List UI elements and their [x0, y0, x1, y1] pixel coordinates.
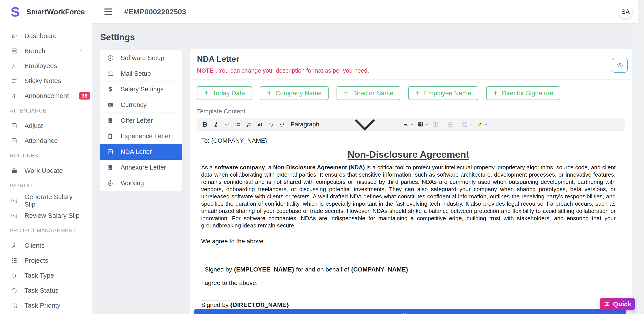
template-editor[interactable]: To: {COMPANY_NAME} Non-Disclosure Agreem… [197, 131, 625, 312]
table-row-icon [447, 121, 454, 128]
redo-button[interactable] [277, 119, 287, 129]
template-content-label: Template Content [197, 108, 625, 115]
vertical-scrollbar[interactable] [638, 0, 644, 314]
sidebar-item-task-priority[interactable]: Task Priority [0, 298, 92, 313]
employee-id: #EMP0002202503 [124, 8, 186, 16]
settings-item-label: Working [120, 179, 144, 187]
numbered-list-button[interactable] [244, 119, 254, 129]
sidebar-item-label: Review Salary Slip [24, 212, 80, 219]
insert-company-name-button[interactable]: +Company Name [260, 86, 329, 100]
avatar[interactable]: SA [619, 5, 632, 19]
sidebar-nav: Dashboard Branch Employees Sticky Notes … [0, 29, 92, 313]
sidebar-item-label: Branch [24, 47, 45, 55]
table-row-dropdown[interactable] [446, 119, 459, 129]
brand[interactable]: S SmartWorkForce [0, 0, 92, 24]
editor-signature-line-2: _________ [201, 294, 616, 301]
sidebar-item-announcement[interactable]: Announcement 36 [0, 88, 92, 103]
panel-header: NDA Letter NOTE : You can change your de… [190, 49, 632, 80]
briefcase-icon [10, 167, 18, 174]
settings-item-label: NDA Letter [120, 148, 152, 155]
editor-employee-sign-line: . Signed by {EMPLOYEE_NAME} for and on b… [201, 266, 616, 273]
bold-button[interactable]: B [200, 119, 210, 129]
sidebar-item-adjust[interactable]: Adjust [0, 118, 92, 133]
panel-title: NDA Letter [197, 55, 625, 64]
editor-director-sign-line: Signed by {DIRECTOR_NAME} [201, 301, 616, 308]
content-area: Settings Software Setup Mail Setup Salar… [92, 24, 644, 314]
sidebar-item-review-salary-slip[interactable]: Review Salary Slip [0, 208, 92, 223]
x-square-icon [107, 148, 114, 155]
editor-toolbar: B I Paragraph [197, 118, 625, 131]
bulleted-list-button[interactable] [233, 119, 243, 129]
chevron-down-icon [425, 123, 428, 126]
numbered-list-icon [246, 121, 252, 128]
sidebar-item-label: Task Status [24, 287, 58, 294]
settings-item-salary-settings[interactable]: Salary Settings [100, 82, 182, 97]
sidebar-item-dashboard[interactable]: Dashboard [0, 29, 92, 43]
settings-item-annexure-letter[interactable]: Annexure Letter [100, 160, 182, 175]
sidebar-section-project-management: PROJECT MANAGEMENT [0, 223, 92, 238]
save-button[interactable]: Save [194, 309, 626, 314]
sidebar-item-label: Task Type [24, 272, 54, 279]
insert-director-signature-button[interactable]: +Director Signature [486, 86, 560, 100]
sidebar-item-task-type[interactable]: Task Type [0, 268, 92, 283]
redo-icon [279, 121, 285, 128]
page-title: Settings [100, 32, 135, 42]
branch-icon [10, 47, 18, 55]
announcement-count-badge: 36 [79, 92, 90, 100]
sidebar-item-task-status[interactable]: Task Status [0, 283, 92, 298]
sidebar-item-attendance[interactable]: Attendance [0, 133, 92, 148]
note-label: NOTE : [197, 67, 217, 74]
preview-button[interactable] [612, 58, 628, 73]
blockquote-button[interactable] [255, 119, 265, 129]
user-icon [10, 62, 18, 70]
paragraph-dropdown[interactable]: Paragraph [288, 108, 400, 141]
italic-button[interactable]: I [211, 119, 221, 129]
insert-director-name-button[interactable]: +Director Name [336, 86, 400, 100]
sidebar-item-label: Work Update [24, 167, 63, 174]
insert-today-date-button[interactable]: +Today Date [197, 86, 252, 100]
sidebar-section-attendance: ATTENDANCE [0, 103, 92, 118]
sidebar-item-label: Adjust [24, 122, 43, 129]
clipboard-check-icon [10, 122, 18, 129]
settings-menu: Software Setup Mail Setup Salary Setting… [100, 50, 182, 191]
editor-i-agree-line: I agree to the above. [201, 279, 616, 286]
sidebar-item-label: Attendance [24, 137, 58, 144]
insert-employee-name-button[interactable]: +Employee Name [408, 86, 478, 100]
merge-cell-icon [462, 121, 468, 128]
dollar-icon [107, 86, 114, 93]
link-button[interactable] [222, 119, 232, 129]
hamburger-icon[interactable] [102, 6, 114, 18]
sidebar-item-clients[interactable]: Clients [0, 238, 92, 253]
settings-item-software-setup[interactable]: Software Setup [100, 50, 182, 66]
settings-item-offer-letter[interactable]: Offer Letter [100, 113, 182, 128]
sidebar-item-label: Task Priority [24, 302, 60, 309]
sidebar-item-work-update[interactable]: Work Update [0, 163, 92, 178]
shapes-icon [10, 302, 18, 309]
table-column-dropdown[interactable] [431, 119, 444, 129]
quick-button-label: Quick [613, 300, 631, 308]
settings-item-experience-letter[interactable]: Experience Letter [100, 128, 182, 144]
button-label: Employee Name [424, 90, 471, 97]
sidebar-item-projects[interactable]: Projects [0, 253, 92, 268]
alignment-dropdown[interactable] [401, 119, 415, 129]
sidebar-item-generate-salary-slip[interactable]: Generate Salary Slip [0, 193, 92, 208]
sidebar-item-label: Sticky Notes [24, 77, 61, 85]
sidebar-item-branch[interactable]: Branch [0, 43, 92, 58]
insert-table-dropdown[interactable] [416, 119, 430, 129]
settings-item-currency[interactable]: Currency [100, 97, 182, 113]
sidebar-item-sticky-notes[interactable]: Sticky Notes [0, 73, 92, 88]
paragraph-label: Paragraph [290, 121, 319, 128]
chevron-down-icon [484, 123, 488, 126]
plus-icon: + [415, 89, 420, 97]
settings-item-label: Salary Settings [120, 86, 164, 93]
settings-item-mail-setup[interactable]: Mail Setup [100, 66, 182, 82]
undo-button[interactable] [266, 119, 276, 129]
plus-icon: + [267, 89, 272, 97]
plus-icon: + [344, 89, 348, 97]
quick-button[interactable]: Quick [600, 298, 635, 310]
settings-item-working[interactable]: Working [100, 175, 182, 191]
merge-cell-dropdown[interactable] [460, 119, 474, 129]
settings-item-nda-letter[interactable]: NDA Letter [100, 144, 182, 160]
sidebar-item-employees[interactable]: Employees [0, 58, 92, 73]
highlight-dropdown[interactable] [475, 119, 489, 129]
